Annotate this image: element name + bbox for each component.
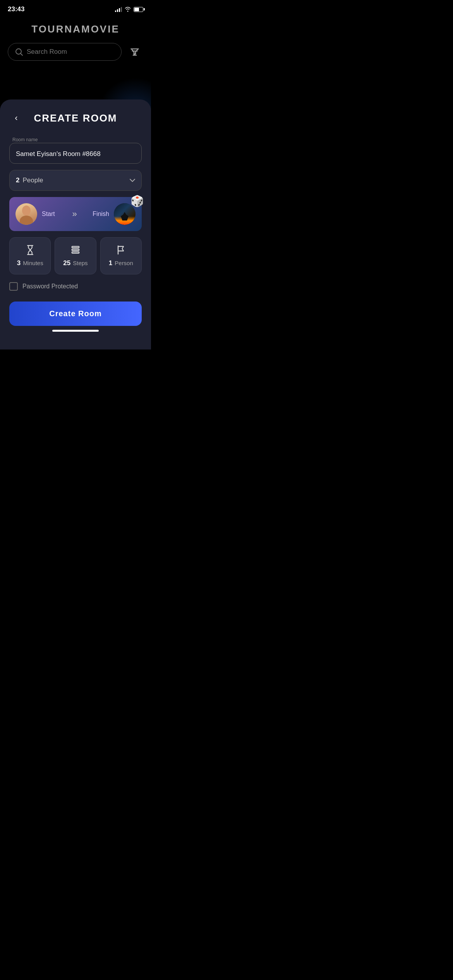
stat-card-steps[interactable]: 25 Steps (55, 237, 96, 274)
people-num: 2 (16, 176, 19, 184)
flag-icon (115, 245, 126, 255)
movie-finish: Finish (93, 203, 136, 225)
home-bar (52, 330, 99, 332)
status-time: 23:43 (8, 5, 24, 13)
signal-icon (115, 7, 122, 12)
steps-value-row: 25 Steps (63, 259, 88, 267)
minutes-num: 3 (17, 259, 21, 267)
back-button[interactable]: ‹ (9, 111, 23, 125)
search-icon (15, 48, 23, 56)
password-row: Password Protected (9, 282, 142, 291)
dice-icon[interactable]: 🎲 (130, 195, 144, 207)
create-room-sheet: ‹ CREATE ROOM Room name 2 People Start »… (0, 99, 151, 350)
movie-start: Start (15, 203, 55, 225)
search-placeholder: Search Room (27, 48, 67, 56)
steps-num: 25 (63, 259, 70, 267)
room-name-input[interactable] (9, 143, 142, 164)
create-room-button[interactable]: Create Room (9, 302, 142, 326)
people-selector-left: 2 People (16, 176, 43, 184)
chevron-down-icon (130, 179, 135, 182)
sheet-title: CREATE ROOM (23, 112, 128, 124)
app-title: TOURNAMOVIE (0, 16, 151, 43)
person-unit: Person (115, 260, 133, 266)
search-container: Search Room (0, 43, 151, 61)
svg-rect-3 (72, 249, 79, 251)
minutes-unit: Minutes (23, 260, 43, 266)
people-label: People (22, 176, 43, 184)
battery-icon (134, 7, 143, 12)
steps-icon (70, 245, 81, 255)
stats-row: 3 Minutes 25 Steps (9, 237, 142, 274)
hourglass-icon (25, 245, 36, 255)
person-value-row: 1 Person (109, 259, 133, 267)
password-checkbox[interactable] (9, 282, 18, 291)
svg-line-1 (21, 53, 22, 55)
minutes-value-row: 3 Minutes (17, 259, 43, 267)
sheet-header: ‹ CREATE ROOM (9, 111, 142, 125)
arrows-icon: » (72, 209, 75, 219)
password-label: Password Protected (22, 283, 78, 290)
room-name-label: Room name (11, 137, 39, 142)
status-icons (115, 6, 143, 13)
filter-button[interactable] (126, 43, 143, 60)
finish-label: Finish (93, 211, 109, 218)
room-name-field-group: Room name (9, 136, 142, 164)
movie-banner[interactable]: Start » Finish 🎲 (9, 197, 142, 231)
person-num: 1 (109, 259, 112, 267)
stat-card-minutes[interactable]: 3 Minutes (9, 237, 51, 274)
svg-rect-2 (72, 247, 79, 248)
search-input-wrap[interactable]: Search Room (8, 43, 122, 61)
people-selector[interactable]: 2 People (9, 170, 142, 191)
filter-icon (130, 47, 140, 57)
status-bar: 23:43 (0, 0, 151, 16)
svg-rect-4 (72, 252, 79, 254)
start-label: Start (42, 211, 55, 218)
wifi-icon (124, 6, 131, 13)
stat-card-person[interactable]: 1 Person (100, 237, 142, 274)
home-indicator (9, 326, 142, 334)
start-avatar (15, 203, 37, 225)
steps-unit: Steps (73, 260, 88, 266)
